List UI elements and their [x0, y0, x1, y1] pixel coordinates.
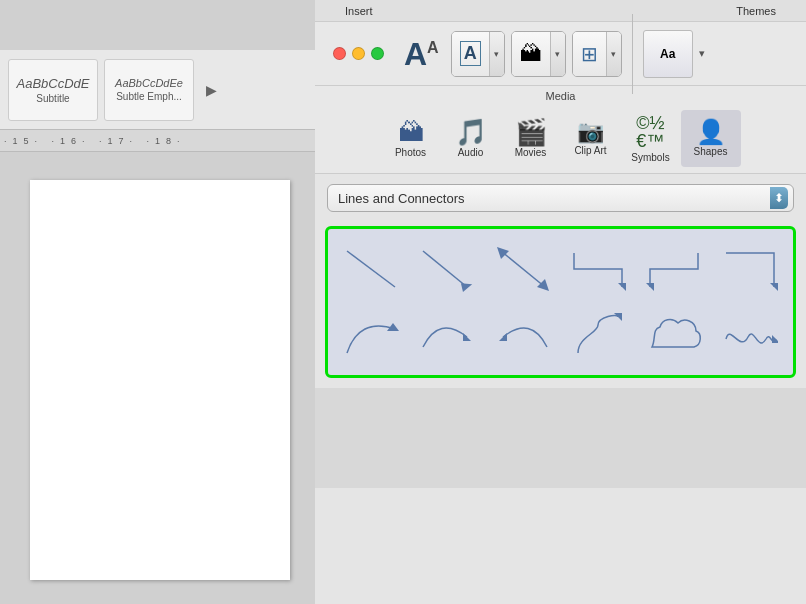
insert-table-dropdown[interactable]: ▾ [607, 32, 621, 76]
toolbar-divider [632, 14, 633, 94]
insert-photo-group[interactable]: 🏔 ▾ [511, 31, 566, 77]
elbow-svg-1 [570, 243, 626, 295]
insert-tab[interactable]: Insert [345, 5, 373, 17]
ruler-text: ·15· ·16· ·17· ·18· [4, 136, 186, 146]
dropdown-label: Lines and Connectors [338, 191, 464, 206]
movies-label: Movies [515, 147, 547, 158]
svg-line-1 [423, 251, 467, 287]
shapes-grid-container [325, 226, 796, 378]
line-diagonal-svg-1 [343, 243, 399, 295]
svg-marker-4 [497, 247, 509, 259]
style-item-subtitle[interactable]: AaBbCcDdE Subtitle [8, 59, 98, 121]
left-panel: AaBbCcDdE Subtitle AaBbCcDdEe Subtle Emp… [0, 0, 320, 604]
shape-freeform[interactable] [639, 305, 709, 365]
svg-marker-2 [458, 278, 472, 292]
shape-elbow-1[interactable] [564, 239, 634, 299]
style-scroll-right[interactable]: ▶ [202, 81, 220, 99]
photo-icon: 🏔 [520, 41, 542, 67]
window-controls [323, 39, 394, 68]
table-icon: ⊞ [581, 42, 598, 66]
minimize-button[interactable] [352, 47, 365, 60]
bottom-area [315, 388, 806, 488]
insert-photo-main[interactable]: 🏔 [512, 32, 551, 76]
clipart-label: Clip Art [574, 145, 606, 156]
line-diagonal-svg-2 [419, 243, 475, 295]
fullscreen-button[interactable] [371, 47, 384, 60]
insert-photo-dropdown[interactable]: ▾ [551, 32, 565, 76]
svg-line-3 [501, 251, 545, 287]
document-page [30, 180, 290, 580]
elbow-svg-3 [722, 243, 778, 295]
toolbar-panel: Insert Themes AA A ▾ [315, 0, 806, 604]
svg-marker-5 [537, 279, 549, 291]
insert-text-main[interactable]: A [452, 32, 490, 76]
svg-marker-8 [770, 283, 778, 291]
shape-line-3[interactable] [488, 239, 558, 299]
photos-icon: 🏔 [398, 119, 424, 145]
theme-dropdown[interactable]: ▾ [699, 47, 713, 60]
style-preview-1: AaBbCcDdE [17, 76, 90, 91]
svg-marker-12 [614, 313, 622, 321]
media-btn-movies[interactable]: 🎬 Movies [501, 110, 561, 167]
insert-text-dropdown[interactable]: ▾ [490, 32, 504, 76]
shape-s-curve[interactable] [564, 305, 634, 365]
dropdown-wrapper: Lines and Connectors ⬍ [327, 184, 794, 212]
ruler: ·15· ·16· ·17· ·18· [0, 130, 320, 152]
text-size-button[interactable]: AA [398, 36, 445, 72]
shape-line-2[interactable] [412, 239, 482, 299]
shape-curve-2[interactable] [412, 305, 482, 365]
dropdown-display[interactable]: Lines and Connectors [327, 184, 794, 212]
media-label: Media [546, 90, 576, 102]
themes-tab[interactable]: Themes [736, 5, 776, 17]
media-row: 🏔 Photos 🎵 Audio 🎬 Movies 📷 Clip Art ©½€… [315, 104, 806, 174]
insert-table-main[interactable]: ⊞ [573, 32, 607, 76]
photos-label: Photos [395, 147, 426, 158]
shapes-label: Shapes [694, 146, 728, 157]
audio-label: Audio [458, 147, 484, 158]
theme-swatch[interactable]: Aa [643, 30, 693, 78]
style-panel: AaBbCcDdE Subtitle AaBbCcDdEe Subtle Emp… [0, 50, 320, 130]
shape-elbow-2[interactable] [639, 239, 709, 299]
audio-icon: 🎵 [455, 119, 487, 145]
curve-svg-3 [495, 309, 551, 361]
theme-preview: Aa [660, 47, 675, 61]
media-btn-symbols[interactable]: ©½€™ Symbols [621, 110, 681, 167]
dropdown-arrow-btn[interactable]: ⬍ [770, 187, 788, 209]
text-icon: A [460, 41, 481, 66]
insert-text-group[interactable]: A ▾ [451, 31, 505, 77]
curve-svg-2 [419, 309, 475, 361]
style-preview-2: AaBbCcDdEe [115, 77, 183, 89]
media-btn-clipart[interactable]: 📷 Clip Art [561, 110, 621, 167]
style-label-2: Subtle Emph... [116, 91, 182, 102]
svg-marker-6 [618, 283, 626, 291]
svg-marker-11 [499, 333, 507, 341]
scribble-svg [722, 309, 778, 361]
shape-curve-3[interactable] [488, 305, 558, 365]
s-curve-svg [570, 309, 626, 361]
movies-icon: 🎬 [515, 119, 547, 145]
shapes-grid [336, 239, 785, 365]
close-button[interactable] [333, 47, 346, 60]
svg-line-0 [347, 251, 395, 287]
curve-svg-1 [343, 309, 399, 361]
shapes-icon: 👤 [696, 120, 726, 144]
symbols-icon: ©½€™ [636, 114, 664, 150]
shape-curve-1[interactable] [336, 305, 406, 365]
shape-elbow-3[interactable] [715, 239, 785, 299]
insert-table-group[interactable]: ⊞ ▾ [572, 31, 622, 77]
shape-line-1[interactable] [336, 239, 406, 299]
clipart-icon: 📷 [577, 121, 604, 143]
shape-scribble[interactable] [715, 305, 785, 365]
freeform-svg [646, 309, 702, 361]
media-btn-photos[interactable]: 🏔 Photos [381, 110, 441, 167]
symbols-label: Symbols [631, 152, 669, 163]
svg-marker-10 [463, 333, 471, 341]
style-label-1: Subtitle [36, 93, 69, 104]
dropdown-row: Lines and Connectors ⬍ [315, 174, 806, 222]
svg-marker-7 [646, 283, 654, 291]
media-btn-audio[interactable]: 🎵 Audio [441, 110, 501, 167]
style-item-subtle[interactable]: AaBbCcDdEe Subtle Emph... [104, 59, 194, 121]
svg-marker-13 [772, 335, 778, 343]
media-btn-shapes[interactable]: 👤 Shapes [681, 110, 741, 167]
elbow-svg-2 [646, 243, 702, 295]
